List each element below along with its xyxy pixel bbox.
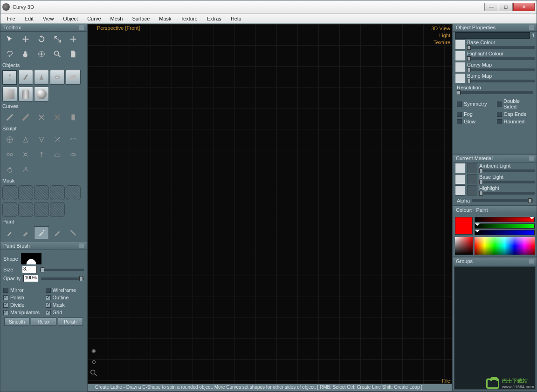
- vp-3dview[interactable]: 3D View: [431, 25, 450, 32]
- menu-extras[interactable]: Extras: [202, 14, 226, 23]
- mask-tool-8[interactable]: [34, 202, 49, 217]
- colour-swatch[interactable]: [455, 217, 473, 235]
- move-tool[interactable]: [18, 33, 33, 46]
- mask-tool-2[interactable]: [18, 185, 33, 200]
- size-slider[interactable]: [40, 269, 84, 271]
- check-grid[interactable]: Grid: [46, 309, 84, 316]
- mask-tool-9[interactable]: [50, 202, 65, 217]
- select-tool[interactable]: [2, 33, 17, 46]
- plane-object[interactable]: [66, 70, 81, 85]
- vp-texture[interactable]: Texture: [431, 39, 450, 46]
- check-mirror[interactable]: Mirror: [3, 287, 42, 293]
- colour-header[interactable]: Colour: Paint: [453, 206, 537, 214]
- pin-icon[interactable]: [79, 25, 84, 30]
- hue-picker[interactable]: [475, 237, 535, 255]
- menu-view[interactable]: View: [38, 14, 59, 23]
- zoom-tool[interactable]: [50, 47, 65, 61]
- paint-tool-4[interactable]: [50, 226, 65, 239]
- sculpt-tool-5[interactable]: [66, 133, 81, 146]
- curve-tool-5[interactable]: [66, 111, 81, 124]
- curve-tool-4[interactable]: [50, 111, 65, 124]
- menu-mask[interactable]: Mask: [154, 14, 176, 23]
- opacity-input[interactable]: 100%: [23, 275, 38, 282]
- prop-slider[interactable]: [467, 68, 535, 71]
- alpha-slider[interactable]: [472, 199, 533, 202]
- sculpt-tool-12[interactable]: [18, 163, 33, 176]
- groups-body[interactable]: [454, 266, 536, 390]
- check-wireframe[interactable]: Wireframe: [46, 287, 84, 293]
- prop-swatch[interactable]: [455, 51, 465, 61]
- rotate-tool[interactable]: [34, 33, 49, 46]
- cube-object[interactable]: [2, 87, 17, 101]
- brush-shape-preview[interactable]: [21, 253, 41, 264]
- lasso-tool[interactable]: [2, 47, 17, 61]
- vp-light[interactable]: Light: [431, 32, 450, 39]
- file-tool[interactable]: [66, 47, 81, 61]
- viewport-file[interactable]: File: [442, 378, 450, 384]
- colour-mode[interactable]: Paint: [476, 207, 488, 213]
- mask-tool-1[interactable]: [2, 185, 17, 200]
- objcheck-symmetry[interactable]: Symmetry: [457, 98, 493, 110]
- prop-swatch[interactable]: [455, 62, 465, 72]
- green-slider[interactable]: [475, 223, 535, 229]
- sculpt-tool-11[interactable]: [2, 163, 17, 176]
- paint-tool-5[interactable]: [66, 226, 81, 239]
- lathe-object[interactable]: [2, 70, 17, 85]
- add-tool[interactable]: [66, 33, 81, 46]
- viewport[interactable]: Perspective [Front] 3D View Light Textur…: [87, 24, 453, 392]
- cone-object[interactable]: [34, 70, 49, 85]
- cylinder-object[interactable]: [18, 87, 33, 101]
- paint-tool-3[interactable]: [34, 226, 49, 239]
- sculpt-tool-7[interactable]: [18, 148, 33, 161]
- sv-picker[interactable]: [455, 237, 473, 255]
- curve-object[interactable]: [18, 70, 33, 85]
- prop-slider[interactable]: [467, 57, 535, 60]
- red-slider[interactable]: [475, 217, 535, 222]
- menu-help[interactable]: Help: [226, 14, 246, 23]
- menu-mesh[interactable]: Mesh: [106, 14, 128, 23]
- menu-object[interactable]: Object: [58, 14, 83, 23]
- check-mask[interactable]: Mask: [46, 302, 84, 308]
- titlebar[interactable]: Curvy 3D — ◻ ✕: [0, 0, 537, 14]
- sculpt-tool-6[interactable]: [2, 148, 17, 161]
- maximize-button[interactable]: ◻: [499, 3, 513, 11]
- curve-tool-3[interactable]: [34, 111, 49, 124]
- torus-object[interactable]: [50, 70, 65, 85]
- mat-slider[interactable]: [479, 192, 535, 195]
- sculpt-tool-3[interactable]: [34, 133, 49, 146]
- minimize-button[interactable]: —: [484, 3, 498, 11]
- curve-tool-2[interactable]: [18, 111, 33, 124]
- objcheck-fog[interactable]: Fog: [457, 111, 493, 117]
- close-button[interactable]: ✕: [513, 3, 535, 11]
- check-outline[interactable]: Outline: [46, 294, 84, 301]
- pin-icon[interactable]: [529, 156, 534, 161]
- viewport-label[interactable]: Perspective [Front]: [97, 25, 140, 31]
- sculpt-tool-8[interactable]: [34, 148, 49, 161]
- groups-header[interactable]: Groups: [453, 257, 537, 265]
- menu-file[interactable]: File: [2, 14, 20, 23]
- polish-button[interactable]: Polish: [58, 318, 83, 326]
- sculpt-tool-9[interactable]: [50, 148, 65, 161]
- object-properties-header[interactable]: Object Properties: [453, 24, 537, 32]
- opacity-slider[interactable]: [41, 277, 84, 280]
- pin-icon[interactable]: [529, 25, 534, 30]
- menu-surface[interactable]: Surface: [127, 14, 154, 23]
- mat-slider[interactable]: [479, 181, 535, 183]
- nav-sphere-icon[interactable]: ◉: [90, 346, 98, 355]
- sculpt-tool-1[interactable]: [2, 133, 17, 146]
- check-polish[interactable]: Polish: [3, 294, 42, 301]
- viewport-right-labels[interactable]: 3D View Light Texture: [431, 25, 450, 46]
- objcheck-cap-ends[interactable]: Cap Ends: [497, 111, 533, 117]
- nav-orbit-icon[interactable]: ⊕: [90, 358, 98, 366]
- prop-slider[interactable]: [457, 91, 533, 94]
- scale-tool[interactable]: [50, 33, 65, 46]
- menu-texture[interactable]: Texture: [176, 14, 202, 23]
- nav-zoom-icon[interactable]: [90, 369, 98, 377]
- objcheck-rounded[interactable]: Rounded: [497, 118, 533, 125]
- mask-tool-7[interactable]: [18, 202, 33, 217]
- prop-slider[interactable]: [467, 46, 535, 49]
- paint-tool-1[interactable]: [2, 226, 17, 239]
- smooth-button[interactable]: Smooth: [4, 318, 29, 326]
- current-material-header[interactable]: Current Material: [453, 155, 537, 162]
- check-divide[interactable]: Divide: [3, 302, 42, 308]
